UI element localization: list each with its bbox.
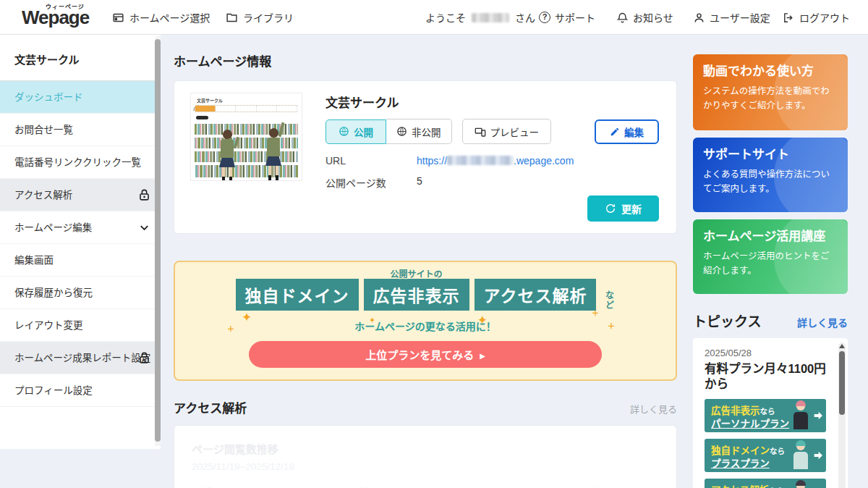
redacted-username — [472, 13, 509, 22]
sidebar-item-label: ホームページ成果レポート設定 — [14, 353, 150, 363]
question-circle-icon — [539, 12, 550, 23]
sidebar-item-label: 編集画面 — [14, 255, 54, 266]
stat-column: 前年同期間 0件 — [354, 484, 516, 488]
sidebar-menu: ダッシュボード お問合せ一覧 電話番号リンククリック一覧 アクセス解析 ホームペ… — [0, 81, 161, 407]
feature-box-domain: 独自ドメイン — [236, 279, 359, 311]
page-title: ホームページ情報 — [174, 35, 677, 70]
topic-banner-no-ads[interactable]: 広告非表示なら パーソナルプラン — [705, 399, 826, 432]
stat-column: 前年とのアクセス比較 0件 — [516, 484, 659, 488]
analytics-card: ページ閲覧数推移 2025/11/19~2025/12/18 直近１ヶ月間 0件… — [174, 425, 677, 488]
sidebar-item-restore-history[interactable]: 保存履歴から復元 — [0, 277, 161, 309]
url-label: URL — [326, 155, 417, 167]
logout-label: ログアウト — [799, 10, 850, 25]
topic-banner-analytics[interactable]: アクセス解析なら プラスプラン — [705, 479, 826, 488]
unpublish-label: 非公開 — [412, 125, 441, 139]
support-site-card[interactable]: サポートサイト よくある質問や操作方法についてご案内します。 — [693, 138, 848, 212]
site-info: 文芸サークル 公開 非公開 プレビュー — [326, 93, 659, 222]
person-icon — [693, 12, 705, 24]
publish-label: 公開 — [354, 125, 373, 139]
scroll-up-arrow[interactable] — [839, 344, 845, 348]
sidebar-item-edit-screen[interactable]: 編集画面 — [0, 244, 161, 277]
bell-icon — [616, 12, 629, 24]
site-thumbnail[interactable]: 文芸サークル — [190, 93, 302, 181]
devices-icon — [475, 126, 486, 138]
site-details: URL https://.wepage.com 公開ページ数 5 — [326, 155, 659, 190]
site-info-card: 文芸サークル 文芸サークル — [174, 80, 677, 234]
feature-box-no-ads: 公開サイトの 広告非表示 — [364, 279, 469, 311]
sidebar-item-report-settings[interactable]: ホームページ成果レポート設定 — [0, 342, 161, 374]
nav-homepage-select[interactable]: ホームページ選択 — [112, 0, 210, 35]
sidebar-item-layout-change[interactable]: レイアウト変更 — [0, 309, 161, 342]
welcome-suffix: さん — [515, 10, 535, 25]
chart-title: ページ閲覧数推移 — [192, 441, 659, 456]
preview-button[interactable]: プレビュー — [462, 119, 552, 144]
logout-link[interactable]: ログアウト — [783, 0, 850, 35]
thumbnail-site-title: 文芸サークル — [197, 97, 223, 104]
video-guide-card[interactable]: 動画でわかる使い方 システムの操作方法を動画でわかりやすくご紹介します。 — [693, 54, 848, 130]
sidebar-scrollbar[interactable] — [155, 36, 161, 446]
stat-label: 前年同期間 — [354, 484, 497, 488]
pages-count-value: 5 — [417, 175, 422, 190]
topic-banner-domain[interactable]: 独自ドメインなら プラスプラン — [705, 439, 826, 472]
topics-header: トピックス 詳しく見る — [693, 311, 848, 330]
upgrade-plan-button[interactable]: 上位プランを見てみる — [249, 341, 602, 368]
sidebar-item-label: レイアウト変更 — [14, 320, 83, 331]
sidebar-item-dashboard[interactable]: ダッシュボード — [0, 81, 161, 114]
sidebar-item-inquiries[interactable]: お問合せ一覧 — [0, 114, 161, 146]
sidebar-item-label: プロフィール設定 — [14, 385, 93, 396]
nav-library[interactable]: ライブラリ — [226, 0, 294, 35]
news-link[interactable]: お知らせ — [616, 0, 673, 35]
news-label: お知らせ — [633, 10, 673, 25]
sidebar-item-label: 保存履歴から復元 — [14, 287, 93, 298]
edit-label: 編集 — [624, 125, 644, 139]
pages-count-label: 公開ページ数 — [326, 175, 417, 190]
card-description: システムの操作方法を動画でわかりやすくご紹介します。 — [703, 85, 838, 113]
banner-suffix: なら — [770, 447, 785, 455]
site-url-link[interactable]: https://.wepage.com — [417, 155, 574, 167]
analytics-more-link[interactable]: 詳しく見る — [630, 402, 677, 416]
arrow-right-icon — [812, 410, 824, 421]
chart-date-range: 2025/11/19~2025/12/18 — [192, 461, 659, 472]
banner-highlight: 独自ドメイン — [711, 445, 770, 456]
support-link[interactable]: サポート — [539, 0, 595, 35]
card-title: 動画でわかる使い方 — [703, 64, 838, 79]
sparkle-icon — [227, 323, 234, 334]
update-button[interactable]: 更新 — [587, 195, 659, 222]
sidebar-site-name: 文芸サークル — [0, 35, 161, 81]
sidebar-item-phone-clicks[interactable]: 電話番号リンククリック一覧 — [0, 146, 161, 179]
etc-label: など — [603, 290, 615, 311]
topic-headline: 有料プラン月々1100円から — [705, 361, 826, 392]
welcome-prefix: ようこそ — [425, 10, 466, 25]
sidebar-item-homepage-edit[interactable]: ホームページ編集 — [0, 211, 161, 244]
nav-library-label: ライブラリ — [243, 10, 294, 25]
sidebar-item-label: ダッシュボード — [14, 92, 83, 103]
preview-label: プレビュー — [490, 125, 540, 139]
stat-label: 直近１ヶ月間 — [192, 484, 335, 488]
topic-date: 2025/05/28 — [705, 348, 826, 358]
character-illustration — [791, 481, 810, 488]
sidebar-scrollbar-thumb[interactable] — [155, 39, 161, 442]
person-illustration — [264, 128, 283, 181]
edit-button[interactable]: 編集 — [595, 119, 659, 144]
unpublish-button[interactable]: 非公開 — [386, 119, 452, 144]
nav-homepage-select-label: ホームページ選択 — [129, 10, 210, 25]
upsell-banner[interactable]: 独自ドメイン 公開サイトの 広告非表示 アクセス解析 など ホームページの更なる… — [174, 261, 677, 381]
homepage-course-card[interactable]: ホームページ活用講座 ホームページ活用のヒントをご紹介します。 — [693, 219, 848, 294]
sidebar-item-access-analytics[interactable]: アクセス解析 — [0, 179, 161, 211]
topics-more-link[interactable]: 詳しく見る — [797, 315, 848, 329]
user-settings-link[interactable]: ユーザー設定 — [693, 0, 770, 35]
card-description: ホームページ活用のヒントをご紹介します。 — [703, 250, 838, 278]
publish-button[interactable]: 公開 — [326, 119, 386, 144]
update-label: 更新 — [621, 201, 642, 216]
sidebar-item-profile-settings[interactable]: プロフィール設定 — [0, 374, 161, 407]
topics-scrollbar-thumb[interactable] — [839, 351, 845, 415]
support-label: サポート — [555, 10, 595, 25]
wepage-logo-ruby: ウィーページ — [46, 2, 85, 10]
main-content: ホームページ情報 文芸サークル 文芸サークル — [174, 35, 677, 488]
feature-boxes: 独自ドメイン 公開サイトの 広告非表示 アクセス解析 など — [175, 279, 676, 311]
banner-highlight: 広告非表示 — [711, 405, 760, 416]
update-row: 更新 — [326, 195, 659, 222]
folder-icon — [226, 12, 238, 24]
browser-window-icon — [112, 12, 124, 24]
topics-scrollbar[interactable] — [838, 342, 846, 488]
